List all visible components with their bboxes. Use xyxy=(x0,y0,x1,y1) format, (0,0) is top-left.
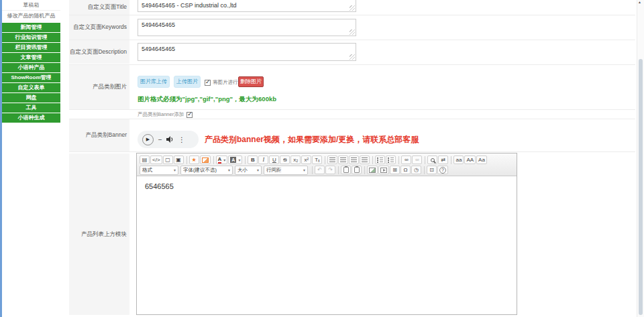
paste-button[interactable] xyxy=(341,166,351,174)
paste-word-icon xyxy=(354,167,360,173)
custom-page-keywords-value: 5494645465 xyxy=(142,21,175,28)
row-divider xyxy=(69,15,635,15)
emoticon-button[interactable]: ◷ xyxy=(411,166,421,174)
editor-content-text: 6546565 xyxy=(145,182,174,190)
redo-button[interactable]: ↷ xyxy=(325,166,335,174)
insert-image-icon xyxy=(369,168,376,173)
custom-page-keywords-input[interactable]: 5494645465 xyxy=(138,19,356,36)
font-select[interactable]: 字体(建议不选)▾ xyxy=(180,166,233,175)
upload-image-button[interactable]: 上传图片 xyxy=(174,76,201,88)
preview-icon[interactable]: ▣ xyxy=(174,155,184,164)
lineheight-select[interactable]: 行间距▾ xyxy=(264,166,308,175)
replace-button[interactable]: ⇄ xyxy=(438,155,448,164)
strikethrough-button[interactable]: S xyxy=(280,155,290,164)
underline-button[interactable]: U xyxy=(269,155,279,164)
editor-content[interactable]: 6546565 xyxy=(137,176,517,314)
banner-add-checkbox[interactable] xyxy=(186,112,193,118)
scrollbar-up-arrow-icon[interactable]: ▲ xyxy=(638,0,641,4)
resize-grip-icon[interactable] xyxy=(350,54,355,60)
toolbar-separator xyxy=(364,166,365,174)
align-center-icon xyxy=(340,157,346,163)
banner-notice-text: 产品类别banner视频，如果需要添加/更换，请联系总部客服 xyxy=(205,134,419,145)
italic-button[interactable]: I xyxy=(258,155,268,164)
banner-add-label: 产品类别Banner添加 xyxy=(138,111,184,118)
play-icon[interactable]: ▶ xyxy=(142,134,154,145)
subscript-button[interactable]: x₂ xyxy=(290,155,301,164)
player-menu-icon[interactable]: ⋮ xyxy=(178,136,185,143)
source-code-icon[interactable]: </> xyxy=(150,155,162,164)
resize-grip-icon[interactable] xyxy=(350,29,355,35)
editor-toolbar: ▤ </> ▢ ▣ ★ A▾ A▾ B I U S x₂ x² xyxy=(137,153,517,176)
banner-audio-player[interactable]: ▶ – ⋮ xyxy=(138,131,199,148)
insert-image-button[interactable] xyxy=(367,166,378,174)
toolbar-separator xyxy=(186,156,187,164)
gallery-upload-button[interactable]: 图片库上传 xyxy=(138,76,170,88)
help-button[interactable]: ? xyxy=(437,166,448,174)
admin-page: 草稿箱 修改产品的随机产品 新闻管理 行业知识管理 栏目资讯管理 文章管理 小语… xyxy=(0,0,644,317)
superscript-button[interactable]: x² xyxy=(301,155,311,164)
toolbar-separator xyxy=(372,156,373,164)
image-widget-icon[interactable] xyxy=(200,155,211,164)
bg-color-glyph: A xyxy=(230,157,236,163)
special-char-button[interactable]: Ω xyxy=(400,166,411,174)
chevron-down-icon: ▾ xyxy=(228,168,230,172)
toolbar-separator xyxy=(424,166,425,174)
resize-grip-icon[interactable] xyxy=(350,5,355,11)
font-color-button[interactable]: A▾ xyxy=(216,155,228,164)
custom-page-keywords-label: 自定义页面Keywords xyxy=(69,15,129,40)
delete-image-button[interactable]: 删除图片 xyxy=(238,76,264,87)
toolbar-separator xyxy=(245,156,246,164)
editor-toolbar-row1: ▤ </> ▢ ▣ ★ A▾ A▾ B I U S x₂ x² xyxy=(140,155,514,165)
link-button[interactable]: ∞ xyxy=(401,155,411,164)
toolbar-separator xyxy=(425,156,425,164)
scrollbar-thumb[interactable] xyxy=(639,59,643,315)
paste-icon xyxy=(343,167,349,173)
ordered-list-icon xyxy=(377,157,383,163)
flash-icon[interactable]: ★ xyxy=(189,155,199,164)
case-lower-button[interactable]: aa xyxy=(453,155,464,164)
unordered-list-button[interactable] xyxy=(386,155,396,164)
search-button[interactable] xyxy=(427,155,437,164)
search-icon xyxy=(431,158,435,162)
toolbar-separator xyxy=(213,156,214,164)
align-justify-button[interactable] xyxy=(360,155,370,164)
insert-media-button[interactable] xyxy=(378,166,389,174)
custom-page-title-value: 5494645465 - CSP industrial co.,ltd xyxy=(142,2,236,9)
compress-checkbox[interactable] xyxy=(205,80,211,86)
align-left-button[interactable] xyxy=(327,155,337,164)
unordered-list-icon xyxy=(388,157,394,163)
case-upper-button[interactable]: AA xyxy=(464,155,476,164)
insert-table-button[interactable]: ⊞ xyxy=(390,166,400,174)
case-title-button[interactable]: Aa xyxy=(476,155,487,164)
size-select[interactable]: 大小▾ xyxy=(235,166,262,175)
product-list-top-module-label: 产品列表上方模块 xyxy=(69,153,129,315)
new-page-icon[interactable]: ▢ xyxy=(163,155,173,164)
custom-page-title-label: 自定义页面Title xyxy=(69,0,129,15)
bold-button[interactable]: B xyxy=(248,155,258,164)
category-banner-label: 产品类别Banner xyxy=(69,119,129,151)
custom-page-title-input[interactable]: 5494645465 - CSP industrial co.,ltd xyxy=(138,0,356,12)
align-center-button[interactable] xyxy=(338,155,348,164)
help-icon: ? xyxy=(439,167,446,174)
chevron-down-icon: ▾ xyxy=(257,168,259,172)
form-area: 自定义页面Title 5494645465 - CSP industrial c… xyxy=(0,0,644,317)
custom-page-description-input[interactable]: 5494645465 xyxy=(138,43,356,61)
font-color-glyph: A xyxy=(218,157,222,164)
volume-icon[interactable] xyxy=(166,136,174,143)
paste-word-button[interactable] xyxy=(352,166,362,174)
unlink-button[interactable]: ∞ xyxy=(412,155,422,164)
ordered-list-button[interactable] xyxy=(375,155,385,164)
image-format-hint: 图片格式必须为"jpg","gif","png"，最大为600kb xyxy=(138,95,276,104)
fullscreen-button[interactable]: ⊡ xyxy=(427,166,437,174)
remove-format-button[interactable]: Tₓ xyxy=(312,155,322,164)
align-justify-icon xyxy=(362,157,368,163)
align-right-button[interactable] xyxy=(349,155,359,164)
export-icon[interactable]: ▤ xyxy=(140,155,150,164)
undo-button[interactable]: ↶ xyxy=(315,166,325,174)
toolbar-separator xyxy=(451,156,451,164)
bg-color-button[interactable]: A▾ xyxy=(228,155,242,164)
row-divider xyxy=(69,151,635,152)
align-left-icon xyxy=(329,157,335,163)
format-select[interactable]: 格式▾ xyxy=(140,166,178,175)
chevron-down-icon: ▾ xyxy=(223,157,225,162)
